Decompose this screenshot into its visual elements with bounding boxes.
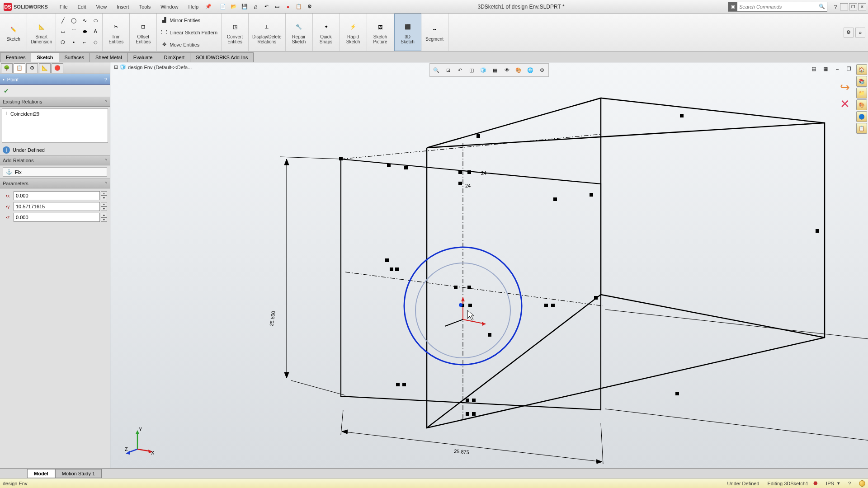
new-doc-button[interactable]: 📄 bbox=[218, 2, 227, 11]
slot-tool[interactable]: ⬬ bbox=[80, 26, 90, 36]
menu-insert[interactable]: Insert bbox=[112, 2, 134, 11]
menu-window[interactable]: Window bbox=[156, 2, 183, 11]
reference-triad[interactable]: Y X Z bbox=[124, 427, 156, 459]
polygon-tool[interactable]: ⬡ bbox=[58, 37, 68, 47]
menu-help[interactable]: Help bbox=[184, 2, 203, 11]
file-explorer-tab[interactable]: 📁 bbox=[856, 88, 867, 99]
x-spin-up[interactable]: ▲ bbox=[101, 191, 107, 196]
circle-tool[interactable]: ◯ bbox=[69, 15, 79, 25]
status-help-icon[interactable]: ? bbox=[848, 481, 851, 486]
x-spin-down[interactable]: ▼ bbox=[101, 196, 107, 200]
dim-top2[interactable]: 24 bbox=[465, 183, 471, 188]
tab-evaluate[interactable]: Evaluate bbox=[127, 52, 159, 62]
menu-view[interactable]: View bbox=[91, 2, 111, 11]
close-button[interactable]: ✕ bbox=[858, 3, 866, 10]
view-palette-tab[interactable]: 🎨 bbox=[856, 99, 867, 110]
select-button[interactable]: ▭ bbox=[273, 2, 282, 11]
menu-file[interactable]: File bbox=[55, 2, 72, 11]
tab-addins[interactable]: SOLIDWORKS Add-Ins bbox=[190, 52, 254, 62]
print-button[interactable]: 🖨 bbox=[251, 2, 260, 11]
tab-motion-study[interactable]: Motion Study 1 bbox=[55, 469, 102, 478]
config-manager-tab[interactable]: ⚙ bbox=[26, 63, 38, 73]
z-spin-up[interactable]: ▲ bbox=[101, 213, 107, 217]
menu-tools[interactable]: Tools bbox=[135, 2, 156, 11]
relation-coincident[interactable]: ⊥ Coincident29 bbox=[3, 110, 107, 117]
help-button[interactable]: ? bbox=[831, 2, 840, 11]
file-props-button[interactable]: 📋 bbox=[294, 2, 303, 11]
ellipse-tool[interactable]: ⬭ bbox=[90, 15, 100, 25]
sketch-button[interactable]: ✏️ Sketch bbox=[0, 14, 27, 51]
smart-dimension-button[interactable]: 📐 Smart Dimension bbox=[27, 14, 56, 51]
add-relations-header[interactable]: Add Relations ⱽ bbox=[0, 155, 110, 165]
fillet-tool[interactable]: ⌐ bbox=[80, 37, 90, 47]
3d-sketch-button[interactable]: ⬛ 3D Sketch bbox=[394, 14, 421, 51]
search-input[interactable] bbox=[737, 4, 817, 9]
tab-dimxpert[interactable]: DimXpert bbox=[158, 52, 190, 62]
search-icon[interactable]: 🔍 bbox=[817, 4, 827, 9]
property-help-button[interactable]: ? bbox=[104, 77, 107, 82]
z-input[interactable] bbox=[14, 213, 100, 222]
dim-top1[interactable]: 24 bbox=[481, 170, 486, 176]
z-spin-down[interactable]: ▼ bbox=[101, 217, 107, 222]
collapse-icon[interactable]: ⱽ bbox=[105, 181, 107, 186]
tab-model[interactable]: Model bbox=[27, 469, 55, 478]
x-input[interactable] bbox=[14, 191, 100, 200]
design-library-tab[interactable]: 📚 bbox=[856, 76, 867, 87]
pin-menu-icon[interactable]: 📌 bbox=[204, 2, 213, 11]
expand-button[interactable]: » bbox=[855, 28, 865, 38]
options-button[interactable]: ⚙ bbox=[305, 2, 314, 11]
display-delete-relations-button[interactable]: ⊥ Display/Delete Relations bbox=[249, 14, 285, 51]
sketch-picture-button[interactable]: 🖼 Sketch Picture bbox=[367, 14, 394, 51]
ok-button[interactable]: ✔ bbox=[2, 86, 11, 95]
arc-tool[interactable]: ⌒ bbox=[69, 26, 79, 36]
custom-props-tab[interactable]: 📋 bbox=[856, 123, 867, 134]
open-doc-button[interactable]: 📂 bbox=[229, 2, 238, 11]
existing-relations-header[interactable]: Existing Relations ⱽ bbox=[0, 97, 110, 107]
display-manager-tab[interactable]: 🔴 bbox=[52, 63, 63, 73]
tab-surfaces[interactable]: Surfaces bbox=[59, 52, 90, 62]
status-rebuild-orb[interactable] bbox=[859, 480, 865, 487]
search-type-icon[interactable]: ▣ bbox=[728, 2, 737, 11]
appearances-tab[interactable]: 🔵 bbox=[856, 111, 867, 122]
status-units[interactable]: IPS ▾ bbox=[826, 480, 840, 486]
menu-edit[interactable]: Edit bbox=[73, 2, 91, 11]
linear-pattern-button[interactable]: ⋮⋮Linear Sketch Pattern bbox=[159, 28, 219, 37]
parameters-header[interactable]: Parameters ⱽ bbox=[0, 178, 110, 188]
save-button[interactable]: 💾 bbox=[240, 2, 249, 11]
trim-entities-button[interactable]: ✂ Trim Entities bbox=[103, 14, 130, 51]
repair-sketch-button[interactable]: 🔧 Repair Sketch bbox=[286, 14, 313, 51]
rebuild-button[interactable]: ● bbox=[283, 2, 292, 11]
restore-button[interactable]: ❐ bbox=[849, 3, 857, 10]
relations-list[interactable]: ⊥ Coincident29 bbox=[2, 108, 108, 143]
offset-entities-button[interactable]: ⊡ Offset Entities bbox=[130, 14, 157, 51]
collapse-icon[interactable]: ⱽ bbox=[105, 158, 107, 163]
tab-features[interactable]: Features bbox=[0, 52, 31, 62]
graphics-area[interactable]: ⊞ 🧊 design Env (Default<<Defa... 🔍 ⊡ ↶ ◫… bbox=[110, 62, 868, 468]
y-spin-down[interactable]: ▼ bbox=[101, 206, 107, 211]
mirror-entities-button[interactable]: ▟Mirror Entities bbox=[159, 16, 219, 24]
fix-relation-button[interactable]: ⚓ Fix bbox=[3, 167, 107, 177]
move-entities-button[interactable]: ✥Move Entities bbox=[159, 41, 219, 49]
dimxpert-tab[interactable]: 📐 bbox=[39, 63, 51, 73]
dim-width[interactable]: 25.875 bbox=[454, 448, 470, 455]
spline-tool[interactable]: ∿ bbox=[80, 15, 90, 25]
convert-entities-button[interactable]: ◳ Convert Entities bbox=[222, 14, 249, 51]
minimize-button[interactable]: – bbox=[840, 3, 848, 10]
y-spin-up[interactable]: ▲ bbox=[101, 202, 107, 206]
point-tool[interactable]: • bbox=[69, 37, 79, 47]
tab-sketch[interactable]: Sketch bbox=[31, 52, 59, 62]
segment-button[interactable]: ╍ Segment bbox=[421, 14, 448, 51]
search-commands[interactable]: ▣ 🔍 bbox=[728, 2, 827, 12]
dim-height[interactable]: 25.500 bbox=[269, 310, 276, 326]
rectangle-tool[interactable]: ▭ bbox=[58, 26, 68, 36]
text-tool[interactable]: A bbox=[90, 26, 100, 36]
line-tool[interactable]: ╱ bbox=[58, 15, 68, 25]
rapid-sketch-button[interactable]: ⚡ Rapid Sketch bbox=[340, 14, 367, 51]
collapse-icon[interactable]: ⱽ bbox=[105, 99, 107, 104]
resources-tab[interactable]: 🏠 bbox=[856, 64, 867, 75]
plane-tool[interactable]: ◇ bbox=[90, 37, 100, 47]
feature-tree-tab[interactable]: 🌳 bbox=[1, 63, 13, 73]
y-input[interactable] bbox=[14, 202, 100, 211]
quick-snaps-button[interactable]: ✦ Quick Snaps bbox=[313, 14, 340, 51]
undo-button[interactable]: ↶ bbox=[262, 2, 271, 11]
